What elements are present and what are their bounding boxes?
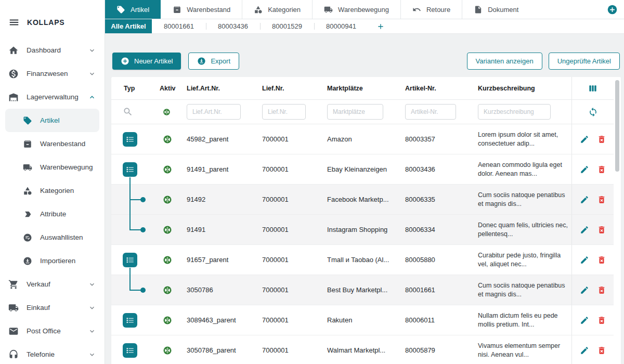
sidebar-item-artikel[interactable]: Artikel — [5, 109, 99, 132]
edit-icon[interactable] — [580, 316, 589, 325]
tab-retoure[interactable]: Retoure — [400, 0, 462, 19]
filter-input-marktplaetze[interactable] — [327, 104, 383, 120]
edit-icon[interactable] — [580, 165, 589, 174]
active-filter-toggle-icon[interactable] — [163, 108, 171, 116]
export-label: Export — [211, 57, 230, 65]
active-status-icon[interactable] — [163, 195, 172, 204]
tab-warenbestand[interactable]: Warenbestand — [161, 0, 242, 19]
tab-kategorien[interactable]: Kategorien — [242, 0, 312, 19]
active-status-icon[interactable] — [163, 285, 172, 295]
refresh-icon[interactable] — [588, 107, 598, 117]
add-tab-button[interactable] — [607, 4, 618, 15]
sidebar-item-label: Lagerverwaltung — [27, 93, 79, 101]
delete-icon[interactable] — [597, 195, 606, 204]
download-circle-icon — [23, 256, 32, 266]
unchecked-articles-button[interactable]: Ungeprüfte Artikel — [549, 53, 620, 70]
sidebar-item-attribute[interactable]: Attribute — [0, 202, 105, 226]
artikel-nr-cell: 80006335 — [405, 185, 478, 214]
sidebar-item-dashboard[interactable]: Dashboard — [0, 38, 105, 62]
new-article-button[interactable]: Neuer Artikel — [112, 53, 181, 70]
sidebar-item-warenbestand[interactable]: Warenbestand — [0, 132, 105, 155]
chevron-down-icon — [88, 350, 96, 359]
sidebar-item-warenbewegung[interactable]: Warenbewegung — [0, 155, 105, 179]
edit-icon[interactable] — [580, 135, 589, 144]
sidebar-item-importieren[interactable]: Importieren — [0, 249, 105, 272]
column-header-kurzbeschreibung: Kurzbeschreibung — [478, 77, 571, 99]
edit-icon[interactable] — [580, 285, 589, 295]
column-settings-icon[interactable] — [588, 83, 598, 94]
edit-icon[interactable] — [580, 346, 589, 355]
active-status-icon[interactable] — [163, 135, 172, 144]
export-button[interactable]: Export — [188, 53, 239, 70]
article-tab-all[interactable]: Alle Artikel — [105, 19, 152, 33]
active-status-icon[interactable] — [163, 165, 172, 174]
toolbar-right: Varianten anzeigen Ungeprüfte Artikel — [467, 53, 620, 70]
marktplatz-cell: Instagram Shopping — [327, 215, 405, 244]
sidebar-item-einkauf[interactable]: Einkauf — [0, 296, 105, 319]
marktplatz-cell: Rakuten — [327, 305, 405, 335]
kurzbeschreibung-cell: Cum sociis natoque penatibus et magnis d… — [478, 185, 571, 214]
tab-label: Artikel — [131, 6, 149, 14]
active-status-icon[interactable] — [163, 255, 172, 265]
tab-dokument[interactable]: Dokument — [462, 0, 530, 19]
hamburger-menu-icon[interactable] — [8, 17, 20, 28]
article-type-list-icon[interactable] — [123, 132, 137, 147]
lief-art-nr-cell: 3089463_parent — [187, 305, 262, 335]
type-cell — [111, 305, 150, 335]
article-type-list-icon[interactable] — [123, 253, 137, 267]
delete-icon[interactable] — [597, 255, 606, 265]
sidebar-item-lagerverwaltung[interactable]: Lagerverwaltung — [0, 85, 105, 109]
article-tab-80001661[interactable]: 80001661 — [152, 19, 206, 33]
active-status-icon[interactable] — [163, 225, 172, 235]
aktiv-cell — [150, 185, 187, 214]
aktiv-cell — [150, 275, 187, 305]
delete-icon[interactable] — [597, 346, 606, 355]
tab-warenbewegung[interactable]: Warenbewegung — [312, 0, 400, 19]
sidebar-item-label: Importieren — [40, 257, 75, 265]
delete-icon[interactable] — [597, 135, 606, 144]
article-type-list-icon[interactable] — [123, 343, 137, 358]
add-article-tab-button[interactable] — [376, 22, 385, 31]
lief-nr-cell: 7000001 — [262, 335, 327, 364]
sidebar-item-telefonie[interactable]: Telefonie — [0, 343, 105, 364]
article-tab-80003436[interactable]: 80003436 — [206, 19, 260, 33]
lief-nr-cell: 7000001 — [262, 245, 327, 275]
active-status-icon[interactable] — [163, 346, 172, 355]
delete-icon[interactable] — [597, 225, 606, 235]
lief-art-nr-cell: 91492 — [187, 185, 262, 214]
article-type-list-icon[interactable] — [123, 162, 137, 177]
lief-art-nr-cell: 91491 — [187, 215, 262, 244]
filter-input-kurzbeschreibung[interactable] — [478, 104, 551, 120]
article-type-list-icon[interactable] — [123, 313, 137, 328]
column-header-aktiv: Aktiv — [150, 77, 187, 99]
edit-icon[interactable] — [580, 225, 589, 235]
scrollbar-thumb[interactable] — [615, 80, 619, 172]
kurzbeschreibung-cell: Cum sociis natoque penatibus et magnis d… — [478, 275, 571, 305]
return-arrow-icon — [412, 5, 421, 14]
delete-icon[interactable] — [597, 316, 606, 325]
sidebar-item-auswahllisten[interactable]: Auswahllisten — [0, 226, 105, 249]
sidebar-item-label: Verkauf — [27, 280, 50, 288]
delete-icon[interactable] — [597, 285, 606, 295]
tree-node-dot — [140, 288, 146, 293]
sidebar-item-finanzwesen[interactable]: Finanzwesen — [0, 62, 105, 85]
tab-artikel[interactable]: Artikel — [105, 0, 161, 19]
delete-icon[interactable] — [597, 165, 606, 174]
show-variants-button[interactable]: Varianten anzeigen — [467, 53, 542, 70]
sidebar-item-post-office[interactable]: Post Office — [0, 319, 105, 343]
edit-icon[interactable] — [580, 255, 589, 265]
sidebar-item-kategorien[interactable]: Kategorien — [0, 179, 105, 202]
column-header-lief-nr: Lief.Nr. — [262, 77, 327, 99]
filter-input-lief-art-nr[interactable] — [187, 104, 241, 120]
kurzbeschreibung-cell: Vivamus elementum semper nisi. Aenean vu… — [478, 335, 571, 364]
sidebar-item-verkauf[interactable]: Verkauf — [0, 272, 105, 296]
edit-icon[interactable] — [580, 195, 589, 204]
article-tab-80000941[interactable]: 80000941 — [314, 19, 368, 33]
sidebar-item-label: Telefonie — [27, 350, 55, 358]
active-status-icon[interactable] — [163, 316, 172, 325]
article-tab-80001529[interactable]: 80001529 — [260, 19, 314, 33]
filter-input-artikel-nr[interactable] — [405, 104, 456, 120]
lief-art-nr-cell: 45982_parent — [187, 124, 262, 154]
column-header-artikel-nr: Artikel-Nr. — [405, 77, 478, 99]
filter-input-lief-nr[interactable] — [262, 104, 306, 120]
